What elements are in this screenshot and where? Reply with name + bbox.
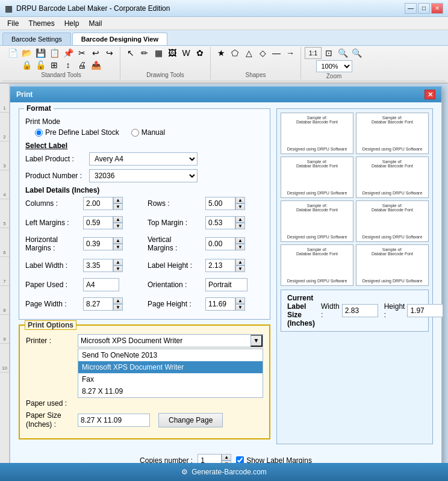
columns-down[interactable]: ▼ xyxy=(113,203,123,210)
draw-select[interactable]: ↖ xyxy=(124,47,137,59)
zoom-out[interactable]: 🔍 xyxy=(350,47,363,59)
top-margin-down[interactable]: ▼ xyxy=(235,223,245,229)
tab-barcode-designing[interactable]: Barcode Designing View xyxy=(72,33,167,45)
select-button[interactable]: ↕ xyxy=(61,59,75,71)
label-product-select[interactable]: Avery A4 Avery Letter Custom xyxy=(89,152,198,166)
radio-manual[interactable]: Manual xyxy=(131,128,165,137)
page-width-input[interactable] xyxy=(83,297,113,311)
rows-down[interactable]: ▼ xyxy=(235,203,245,210)
top-margin-input[interactable] xyxy=(205,216,235,229)
height-input[interactable] xyxy=(407,304,443,317)
radio-manual-input[interactable] xyxy=(131,129,139,137)
product-number-select[interactable]: 32036 32040 32041 xyxy=(89,169,198,182)
page-height-input[interactable] xyxy=(205,297,235,311)
arrow-tool[interactable]: → xyxy=(284,47,297,59)
menu-themes[interactable]: Themes xyxy=(23,18,59,29)
label-height-up[interactable]: ▲ xyxy=(235,259,245,265)
h-margins-down[interactable]: ▼ xyxy=(113,244,123,250)
minimize-button[interactable]: — xyxy=(405,3,417,14)
ruler-mark-2: 2 xyxy=(0,113,9,141)
image-tool[interactable]: 🖼 xyxy=(166,47,179,59)
page-width-down[interactable]: ▼ xyxy=(113,304,123,311)
barcode-tool[interactable]: ▦ xyxy=(152,47,165,59)
page-height-up[interactable]: ▲ xyxy=(235,297,245,304)
export-button[interactable]: 📤 xyxy=(89,59,102,71)
left-margins-down[interactable]: ▼ xyxy=(113,223,123,229)
designed-text-3: Designed using DRPU Software xyxy=(284,191,350,195)
barcode-preview-cell-1: Sample of: Databar Barcode Font Designed… xyxy=(281,113,353,154)
grid-button[interactable]: ⊞ xyxy=(48,59,61,71)
dialog-close-button[interactable]: ✕ xyxy=(425,90,435,99)
zoom-in[interactable]: 🔍 xyxy=(336,47,349,59)
copy-button[interactable]: 📋 xyxy=(48,47,61,59)
ruler-mark-7: 7 xyxy=(0,257,9,286)
h-margins-input[interactable] xyxy=(83,237,113,250)
printer-option-4[interactable]: 8.27 X 11.09 xyxy=(78,385,263,397)
standard-tools-label: Standard Tools xyxy=(41,72,81,78)
left-margins-label: Left Margins : xyxy=(25,219,79,227)
menu-file[interactable]: File xyxy=(2,18,23,29)
redo-button[interactable]: ↪ xyxy=(103,47,116,59)
paper-used-row: Paper Used : xyxy=(25,278,142,291)
menu-help[interactable]: Help xyxy=(60,18,84,29)
pentagon-shape[interactable]: ⬠ xyxy=(228,47,241,59)
printer-dropdown-btn[interactable]: ▼ xyxy=(250,335,263,347)
paper-size-input[interactable] xyxy=(78,414,150,427)
v-margins-down[interactable]: ▼ xyxy=(235,244,245,250)
unlock-button[interactable]: 🔓 xyxy=(34,59,47,71)
word-art[interactable]: W xyxy=(179,47,193,59)
label-width-input[interactable] xyxy=(83,259,113,272)
printer-option-3[interactable]: Fax xyxy=(78,373,263,385)
fit-zoom[interactable]: 1:1 xyxy=(305,47,322,59)
diamond-shape[interactable]: ◇ xyxy=(256,47,269,59)
columns-up[interactable]: ▲ xyxy=(113,197,123,203)
label-width-up[interactable]: ▲ xyxy=(113,259,123,265)
v-margins-up[interactable]: ▲ xyxy=(235,237,245,244)
label-width-down[interactable]: ▼ xyxy=(113,265,123,272)
top-margin-up[interactable]: ▲ xyxy=(235,216,245,223)
lock-button[interactable]: 🔒 xyxy=(20,59,33,71)
new-button[interactable]: 📄 xyxy=(6,47,19,59)
save-button[interactable]: 💾 xyxy=(34,47,47,59)
rows-input[interactable] xyxy=(205,197,235,210)
left-margins-input[interactable] xyxy=(83,216,113,229)
maximize-button[interactable]: □ xyxy=(418,3,430,14)
open-button[interactable]: 📂 xyxy=(20,47,33,59)
tab-barcode-settings[interactable]: Barcode Settings xyxy=(2,33,71,45)
zoom-fit[interactable]: ⊡ xyxy=(322,47,335,59)
triangle-shape[interactable]: △ xyxy=(242,47,255,59)
line-tool[interactable]: — xyxy=(270,47,283,59)
zoom-select[interactable]: 100% 75% 50% 150% xyxy=(316,60,352,72)
radio-predefined[interactable]: Pre Define Label Stock xyxy=(35,128,119,137)
change-page-button[interactable]: Change Page xyxy=(158,413,223,427)
app-icon: ▦ xyxy=(5,4,13,13)
cut-button[interactable]: ✂ xyxy=(75,47,89,59)
h-margins-up[interactable]: ▲ xyxy=(113,237,123,244)
columns-input[interactable] xyxy=(83,197,113,210)
clip-art[interactable]: ✿ xyxy=(193,47,207,59)
label-height-down[interactable]: ▼ xyxy=(235,265,245,272)
rows-up[interactable]: ▲ xyxy=(235,197,245,203)
left-margins-up[interactable]: ▲ xyxy=(113,216,123,223)
paste-button[interactable]: 📌 xyxy=(61,47,75,59)
bottom-bar: ⚙ Generate-Barcode.com xyxy=(0,463,448,481)
label-height-input[interactable] xyxy=(205,259,235,272)
copies-up[interactable]: ▲ xyxy=(222,454,231,461)
close-app-button[interactable]: ✕ xyxy=(431,3,443,14)
page-width-up[interactable]: ▲ xyxy=(113,297,123,304)
menu-mail[interactable]: Mail xyxy=(84,18,107,29)
radio-predefined-input[interactable] xyxy=(35,129,43,137)
width-input[interactable] xyxy=(342,304,378,317)
printer-option-2[interactable]: Microsoft XPS Document Writer xyxy=(78,361,263,373)
main-area: 1 2 3 4 5 6 7 8 9 10 Print ✕ Format xyxy=(0,84,448,470)
paper-used-input[interactable] xyxy=(83,278,119,291)
orientation-input[interactable] xyxy=(205,278,247,291)
undo-button[interactable]: ↩ xyxy=(89,47,102,59)
barcode-preview-grid: Sample of: Databar Barcode Font Designed… xyxy=(281,113,429,286)
draw-pen[interactable]: ✏ xyxy=(138,47,151,59)
v-margins-input[interactable] xyxy=(205,237,235,250)
star-shape[interactable]: ★ xyxy=(214,47,228,59)
page-height-down[interactable]: ▼ xyxy=(235,304,245,311)
print-button[interactable]: 🖨 xyxy=(75,59,89,71)
printer-option-1[interactable]: Send To OneNote 2013 xyxy=(78,349,263,361)
